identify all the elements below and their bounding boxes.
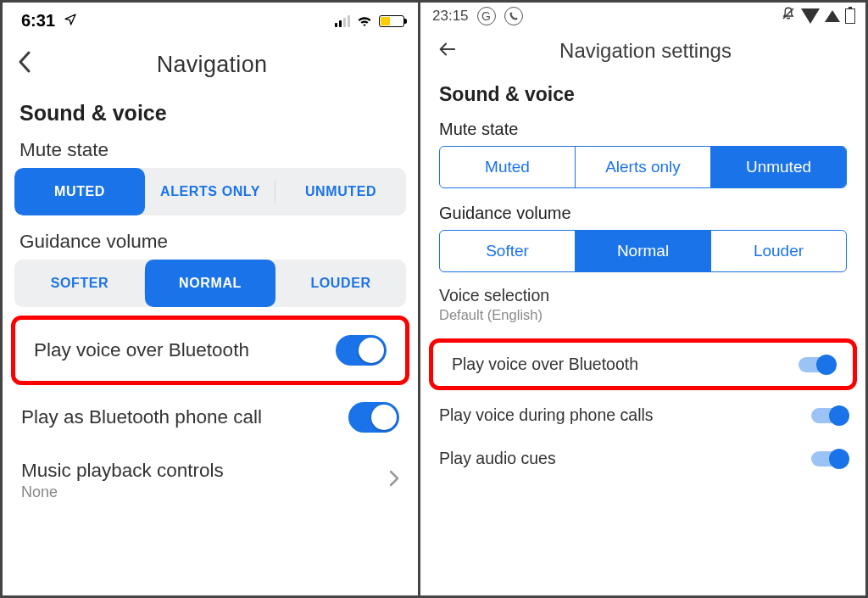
mute-state-label: Mute state (3, 132, 418, 168)
row-label: Play as Bluetooth phone call (21, 406, 262, 428)
android-nav-header: Navigation settings (420, 27, 865, 71)
wifi-signal-icon (801, 8, 820, 24)
during-calls-toggle[interactable] (811, 408, 847, 423)
location-arrow-icon (64, 11, 77, 31)
play-audio-cues-row[interactable]: Play audio cues (420, 437, 865, 480)
row-subvalue: None (21, 483, 224, 501)
chevron-right-icon (389, 470, 399, 491)
ios-status-bar: 6:31 (3, 3, 418, 36)
audio-cues-toggle[interactable] (811, 451, 847, 467)
guidance-volume-label: Guidance volume (420, 197, 865, 230)
row-label: Play voice during phone calls (439, 405, 654, 425)
bluetooth-voice-toggle[interactable] (336, 335, 387, 366)
ios-screen: 6:31 Navigation Sound & voice Mute state (3, 3, 420, 595)
mute-bell-icon (781, 6, 796, 25)
status-time: 6:31 (21, 11, 77, 31)
section-header: Sound & voice (420, 71, 865, 113)
row-label: Music playback controls (21, 460, 224, 482)
battery-icon (845, 8, 855, 24)
mute-option-unmuted[interactable]: Unmuted (711, 147, 846, 187)
play-voice-over-bluetooth-row[interactable]: Play voice over Bluetooth (433, 343, 853, 386)
vol-option-louder[interactable]: Louder (711, 231, 846, 271)
page-title: Navigation (18, 52, 406, 78)
mute-option-muted[interactable]: Muted (440, 147, 576, 187)
section-header: Sound & voice (3, 89, 418, 132)
highlight-box: Play voice over Bluetooth (11, 316, 409, 385)
ios-nav-header: Navigation (3, 36, 418, 89)
android-status-bar: 23:15 G (420, 3, 865, 27)
guidance-volume-label: Guidance volume (3, 224, 418, 260)
play-voice-during-phone-calls-row[interactable]: Play voice during phone calls (420, 394, 865, 437)
cell-signal-icon (825, 10, 840, 22)
bluetooth-voice-toggle[interactable] (798, 357, 834, 372)
phone-icon (504, 7, 523, 25)
vol-option-normal[interactable]: Normal (576, 231, 711, 271)
music-playback-controls-row[interactable]: Music playback controls None (3, 448, 418, 510)
mute-state-segmented: MUTED ALERTS ONLY UNMUTED (14, 168, 406, 215)
mute-option-alerts-only[interactable]: Alerts only (576, 147, 711, 187)
status-time: 23:15 (432, 8, 469, 25)
bluetooth-phone-call-toggle[interactable] (348, 402, 399, 433)
battery-icon (379, 15, 404, 27)
cell-signal-icon (335, 15, 350, 27)
vol-option-louder[interactable]: LOUDER (275, 260, 406, 307)
vol-option-softer[interactable]: SOFTER (14, 260, 145, 307)
row-label: Play voice over Bluetooth (34, 339, 249, 361)
row-label: Play audio cues (439, 449, 556, 468)
guidance-volume-segmented: SOFTER NORMAL LOUDER (14, 260, 406, 307)
wifi-icon (356, 14, 373, 27)
mute-state-label: Mute state (420, 113, 865, 146)
guidance-volume-segmented: Softer Normal Louder (439, 230, 847, 272)
voice-selection-label: Voice selection (439, 286, 847, 305)
google-icon: G (477, 7, 496, 25)
mute-state-segmented: Muted Alerts only Unmuted (439, 146, 847, 188)
mute-option-unmuted[interactable]: UNMUTED (275, 168, 406, 215)
highlight-box: Play voice over Bluetooth (429, 338, 857, 390)
row-label: Play voice over Bluetooth (452, 355, 638, 374)
vol-option-softer[interactable]: Softer (440, 231, 576, 271)
mute-option-muted[interactable]: MUTED (14, 168, 145, 215)
android-screen: 23:15 G Navigation settings Sound & (420, 3, 865, 595)
vol-option-normal[interactable]: NORMAL (145, 260, 275, 307)
play-as-bluetooth-phone-call-row[interactable]: Play as Bluetooth phone call (3, 387, 418, 448)
voice-selection-value: Default (English) (439, 307, 847, 323)
voice-selection-row[interactable]: Voice selection Default (English) (420, 281, 865, 323)
mute-option-alerts-only[interactable]: ALERTS ONLY (145, 168, 275, 215)
play-voice-over-bluetooth-row[interactable]: Play voice over Bluetooth (15, 320, 405, 381)
page-title: Navigation settings (437, 39, 854, 63)
